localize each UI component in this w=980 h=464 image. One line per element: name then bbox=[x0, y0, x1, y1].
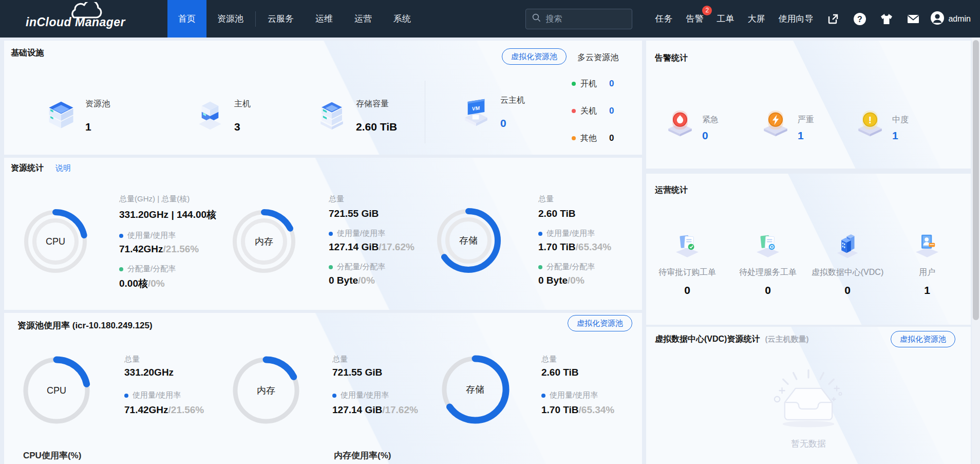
operation-stats-title: 运营统计 bbox=[655, 185, 688, 196]
link-bigscreen[interactable]: 大屏 bbox=[747, 13, 765, 25]
navbar-right: 任务 告警 2 工单 大屏 使用向导 ? admin bbox=[525, 9, 980, 29]
green-dot bbox=[572, 82, 576, 86]
infrastructure-card: 基础设施 虚拟化资源池 多云资源池 资源池 1 bbox=[4, 41, 642, 155]
empty-text: 暂无数据 bbox=[646, 438, 971, 450]
stat-value: 1 bbox=[85, 121, 91, 133]
search-icon bbox=[532, 13, 541, 24]
scrollbar-track[interactable] bbox=[972, 38, 980, 464]
alarm-moderate: ! 中度 1 bbox=[856, 106, 909, 142]
search-box[interactable] bbox=[525, 9, 632, 29]
order-ticket-icon bbox=[673, 230, 701, 260]
alarm-badge: 2 bbox=[702, 6, 712, 15]
svg-text:VM: VM bbox=[472, 105, 480, 112]
external-link-icon[interactable] bbox=[826, 12, 840, 26]
memory-donut: 内存 bbox=[229, 207, 299, 276]
critical-flame-icon bbox=[666, 106, 694, 138]
empty-state: 暂无数据 bbox=[646, 368, 971, 450]
alarm-severe: 严重 1 bbox=[761, 106, 814, 142]
storage-icon bbox=[317, 100, 347, 132]
search-input[interactable] bbox=[545, 14, 617, 24]
storage-donut: 存储 bbox=[434, 206, 503, 275]
op-pending-orders: 待审批订购工单 0 bbox=[647, 230, 727, 296]
op-pending-service: 待处理服务工单 0 bbox=[728, 230, 808, 296]
main-menu: 首页 资源池 云服务 运维 运营 系统 bbox=[167, 0, 422, 38]
user-card-icon bbox=[913, 230, 941, 260]
tab-virtualization-pool[interactable]: 虚拟化资源池 bbox=[891, 331, 955, 347]
stat-label: 资源池 bbox=[85, 99, 110, 108]
stat-hosts: 主机 3 bbox=[195, 99, 251, 133]
scrollbar-thumb[interactable] bbox=[973, 40, 979, 320]
menu-item-resource-pool[interactable]: 资源池 bbox=[206, 0, 254, 38]
host-icon bbox=[195, 100, 225, 132]
help-link[interactable]: 说明 bbox=[55, 163, 71, 173]
alarm-label: 严重 bbox=[798, 115, 814, 125]
stat-label: 存储容量 bbox=[356, 99, 389, 108]
alarm-label: 紧急 bbox=[702, 115, 719, 125]
vm-icon: VM bbox=[461, 96, 491, 128]
vm-status-stopped: 关机 0 bbox=[572, 106, 614, 116]
vm-status-running: 开机 0 bbox=[572, 79, 614, 89]
moderate-exclamation-icon: ! bbox=[856, 106, 884, 138]
usage-dot bbox=[541, 394, 545, 398]
memory-stats: 总量 721.55 GiB 使用量/使用率 127.14 GiB/17.62% bbox=[332, 355, 456, 416]
resource-stats-title: 资源统计 bbox=[11, 163, 44, 174]
op-users: 用户 1 bbox=[887, 230, 967, 296]
alarm-stats-card: 告警统计 紧急 0 bbox=[646, 41, 971, 169]
cpu-donut: CPU bbox=[22, 356, 91, 425]
brand-name: inCloud Manager bbox=[26, 15, 125, 29]
stat-label: 主机 bbox=[234, 99, 251, 108]
stat-resource-pool: 资源池 1 bbox=[46, 99, 110, 133]
memory-donut: 内存 bbox=[231, 356, 301, 425]
vm-status-list: 开机 0 关机 0 其他 0 bbox=[572, 79, 614, 155]
tab-virtualization-pool[interactable]: 虚拟化资源池 bbox=[502, 48, 567, 65]
menu-item-home[interactable]: 首页 bbox=[167, 0, 206, 38]
link-guide[interactable]: 使用向导 bbox=[778, 13, 813, 25]
stat-value: 0 bbox=[500, 117, 506, 129]
menu-item-system[interactable]: 系统 bbox=[383, 0, 422, 38]
avatar bbox=[930, 11, 945, 27]
stat-value: 2.60 TiB bbox=[356, 121, 397, 133]
stat-label: 云主机 bbox=[500, 96, 525, 104]
theme-shirt-icon[interactable] bbox=[880, 12, 893, 26]
brand-logo[interactable]: inCloud Manager bbox=[0, 0, 154, 38]
vdc-stats-title: 虚拟数据中心(VDC)资源统计(云主机数量) bbox=[655, 334, 808, 345]
menu-item-cloud-service[interactable]: 云服务 bbox=[257, 0, 305, 38]
memory-usage-chart-title: 内存使用率(%) bbox=[334, 450, 391, 461]
alarm-value: 0 bbox=[702, 129, 719, 142]
alarm-stats-title: 告警统计 bbox=[655, 53, 688, 64]
usage-dot bbox=[332, 394, 336, 398]
link-alarms[interactable]: 告警 2 bbox=[686, 13, 703, 25]
vm-status-other: 其他 0 bbox=[572, 133, 614, 143]
operation-stats-card: 运营统计 待审批订购工单 0 bbox=[646, 174, 971, 325]
vdc-stats-card: 虚拟数据中心(VDC)资源统计(云主机数量) 虚拟化资源池 bbox=[646, 327, 971, 464]
storage-stats: 总量 2.60 TiB 使用量/使用率 1.70 TiB/65.34% bbox=[541, 355, 642, 416]
alarm-critical: 紧急 0 bbox=[666, 106, 719, 142]
alloc-dot bbox=[329, 265, 333, 269]
dashboard-content: 基础设施 虚拟化资源池 多云资源池 资源池 1 bbox=[0, 38, 980, 464]
service-ticket-icon bbox=[754, 230, 782, 260]
link-tickets[interactable]: 工单 bbox=[717, 13, 734, 25]
user-menu[interactable]: admin bbox=[930, 11, 971, 27]
resource-pool-icon bbox=[46, 100, 76, 132]
top-navbar: inCloud Manager 首页 资源池 云服务 运维 运营 系统 任务 告… bbox=[0, 0, 980, 38]
mail-icon[interactable] bbox=[907, 12, 920, 26]
tab-multicloud-pool[interactable]: 多云资源池 bbox=[577, 52, 618, 63]
tab-virtualization-pool[interactable]: 虚拟化资源池 bbox=[568, 315, 632, 331]
red-dot bbox=[572, 109, 576, 113]
pool-usage-title: 资源池使用率 (icr-10.180.249.125) bbox=[17, 320, 153, 331]
menu-item-operation[interactable]: 运营 bbox=[344, 0, 383, 38]
help-icon[interactable]: ? bbox=[853, 12, 866, 26]
usage-dot bbox=[124, 394, 128, 398]
alloc-dot bbox=[119, 267, 123, 271]
menu-divider bbox=[255, 11, 256, 27]
alarm-value: 1 bbox=[798, 129, 814, 142]
severe-lightning-icon bbox=[761, 106, 790, 138]
link-tasks[interactable]: 任务 bbox=[655, 13, 672, 25]
op-vdc: 虚拟数据中心(VDC) 0 bbox=[807, 230, 888, 296]
section-divider bbox=[425, 81, 425, 143]
menu-item-ops[interactable]: 运维 bbox=[305, 0, 344, 38]
cpu-usage-chart-title: CPU使用率(%) bbox=[23, 450, 81, 461]
usage-dot bbox=[119, 234, 123, 238]
stat-vm: VM 云主机 0 bbox=[461, 95, 525, 129]
cpu-stats: 总量(GHz) | 总量(核) 331.20GHz | 144.00核 使用量/… bbox=[119, 194, 242, 290]
